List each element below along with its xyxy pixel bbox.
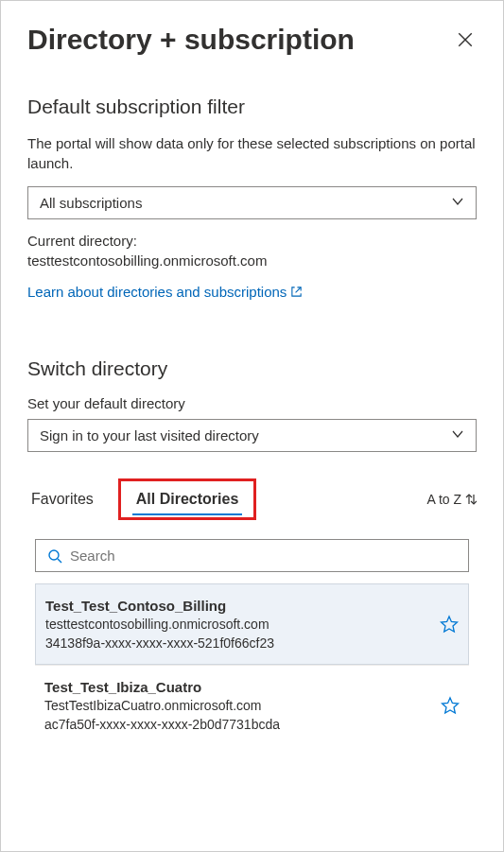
directory-domain: testtestcontosobilling.onmicrosoft.com <box>45 616 274 635</box>
external-link-icon <box>290 286 303 298</box>
svg-line-6 <box>58 559 61 563</box>
svg-point-5 <box>49 550 59 560</box>
close-icon <box>457 31 474 48</box>
learn-link-text: Learn about directories and subscription… <box>27 284 287 300</box>
subscription-filter-heading: Default subscription filter <box>27 96 477 118</box>
learn-link[interactable]: Learn about directories and subscription… <box>27 284 303 300</box>
search-icon <box>47 548 62 564</box>
directory-id: ac7fa50f-xxxx-xxxx-xxxx-2b0d7731bcda <box>44 716 280 735</box>
tab-favorites[interactable]: Favorites <box>27 485 97 513</box>
current-directory-label: Current directory: <box>27 233 137 249</box>
directory-item[interactable]: Test_Test_Ibiza_Cuatro TestTestIbizaCuat… <box>35 665 469 745</box>
subscription-filter-dropdown[interactable]: All subscriptions <box>27 186 477 219</box>
directory-name: Test_Test_Contoso_Billing <box>45 596 274 616</box>
subscription-filter-value: All subscriptions <box>40 195 142 211</box>
directory-search[interactable] <box>35 539 469 572</box>
star-icon <box>441 696 460 715</box>
favorite-toggle[interactable] <box>440 615 459 634</box>
svg-line-2 <box>296 287 302 293</box>
sort-toggle[interactable]: A to Z <box>426 492 477 507</box>
tab-all-directories[interactable]: All Directories <box>132 485 242 513</box>
default-directory-label: Set your default directory <box>27 395 477 411</box>
current-directory-value: testtestcontosobilling.onmicrosoft.com <box>27 252 267 269</box>
default-directory-value: Sign in to your last visited directory <box>40 427 259 443</box>
svg-marker-8 <box>443 698 459 713</box>
directory-id: 34138f9a-xxxx-xxxx-xxxx-521f0f66cf23 <box>45 635 274 653</box>
highlighted-tab-container: All Directories <box>118 478 256 520</box>
default-directory-dropdown[interactable]: Sign in to your last visited directory <box>27 419 477 452</box>
switch-directory-heading: Switch directory <box>27 357 477 380</box>
directory-name: Test_Test_Ibiza_Cuatro <box>44 677 280 697</box>
panel-title: Directory + subscription <box>27 24 355 56</box>
svg-marker-7 <box>442 617 458 632</box>
favorite-toggle[interactable] <box>441 696 460 715</box>
directory-list: Test_Test_Contoso_Billing testtestcontos… <box>35 583 469 745</box>
close-button[interactable] <box>454 28 477 51</box>
search-input[interactable] <box>70 548 457 564</box>
subscription-filter-description: The portal will show data only for these… <box>27 133 477 173</box>
directory-domain: TestTestIbizaCuatro.onmicrosoft.com <box>44 697 280 716</box>
chevron-down-icon <box>451 427 464 443</box>
sort-arrows-icon <box>465 493 477 506</box>
star-icon <box>440 615 459 634</box>
directory-item[interactable]: Test_Test_Contoso_Billing testtestcontos… <box>35 583 469 665</box>
chevron-down-icon <box>451 195 464 211</box>
sort-label: A to Z <box>426 492 461 507</box>
